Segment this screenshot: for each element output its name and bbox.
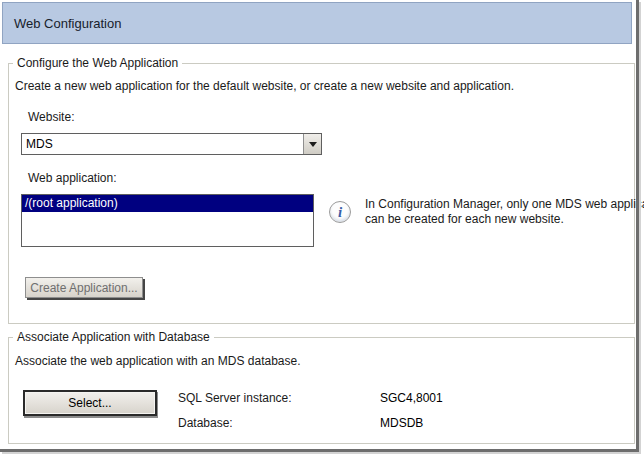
frame-fringe-right — [639, 2, 641, 454]
info-icon-glyph: i — [338, 204, 342, 221]
associate-database-groupbox: Associate Application with Database — [8, 330, 635, 444]
configure-groupbox-legend: Configure the Web Application — [13, 56, 182, 70]
list-item-root-application[interactable]: /(root application) — [22, 195, 313, 212]
info-note-line2: can be created for each new website. — [365, 212, 644, 227]
associate-groupbox-legend: Associate Application with Database — [13, 330, 214, 344]
select-database-button-label: Select... — [68, 396, 111, 410]
website-dropdown-button[interactable] — [303, 134, 321, 154]
info-note: In Configuration Manager, only one MDS w… — [365, 197, 644, 227]
web-application-listbox[interactable]: /(root application) — [21, 194, 314, 247]
database-value: MDSDB — [380, 416, 423, 430]
chevron-down-icon — [309, 142, 317, 147]
configure-description: Create a new web application for the def… — [15, 79, 514, 93]
sql-server-instance-label: SQL Server instance: — [178, 391, 292, 405]
website-dropdown-value: MDS — [22, 137, 303, 151]
info-note-line1: In Configuration Manager, only one MDS w… — [365, 197, 644, 212]
web-application-label: Web application: — [28, 171, 117, 185]
sql-server-instance-value: SGC4,8001 — [380, 391, 443, 405]
select-database-button[interactable]: Select... — [23, 390, 157, 416]
create-application-button-label: Create Application... — [30, 281, 137, 295]
website-dropdown[interactable]: MDS — [21, 133, 322, 155]
header-bar: Web Configuration — [2, 2, 632, 44]
database-label: Database: — [178, 416, 233, 430]
page-title: Web Configuration — [14, 16, 121, 31]
create-application-button[interactable]: Create Application... — [25, 277, 143, 298]
info-icon: i — [329, 201, 351, 223]
associate-description: Associate the web application with an MD… — [15, 354, 301, 368]
frame-fringe-bottom — [2, 452, 641, 454]
website-label: Website: — [28, 110, 74, 124]
web-configuration-dialog: Web Configuration Configure the Web Appl… — [0, 0, 644, 459]
